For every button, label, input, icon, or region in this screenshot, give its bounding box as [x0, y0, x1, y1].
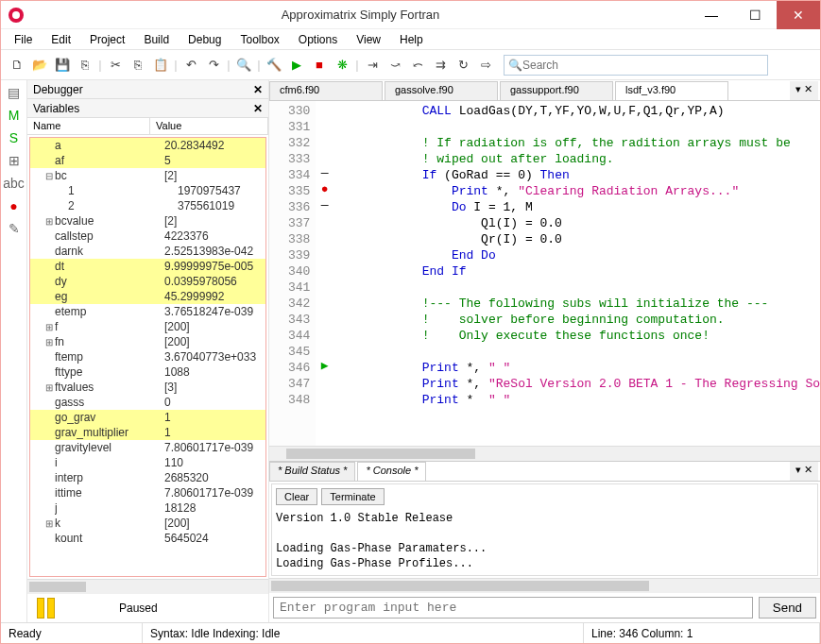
bottom-tab[interactable]: * Build Status * [269, 462, 355, 481]
separator: | [256, 55, 262, 76]
var-row[interactable]: i110 [30, 455, 265, 470]
right-panel: cfm6.f90gassolve.f90gassupport.f90lsdf_v… [269, 80, 820, 622]
var-row[interactable]: interp2685320 [30, 470, 265, 485]
bottom-tab[interactable]: * Console * [357, 462, 426, 481]
var-row[interactable]: ⊟bc[2] [30, 168, 265, 183]
var-row[interactable]: j18128 [30, 500, 265, 516]
menu-view[interactable]: View [349, 31, 388, 48]
minimize-button[interactable]: — [690, 1, 733, 29]
open-icon[interactable]: 📂 [29, 55, 50, 76]
subs-icon[interactable]: S [6, 129, 23, 146]
modules-icon[interactable]: M [6, 107, 23, 124]
menu-project[interactable]: Project [82, 31, 132, 48]
col-value[interactable]: Value [150, 118, 268, 134]
window-title: Approximatrix Simply Fortran [31, 8, 690, 22]
menu-build[interactable]: Build [136, 31, 177, 48]
bottom-tabs: * Build Status ** Console *▾ ✕ [269, 461, 820, 482]
search-box[interactable]: 🔍 [504, 55, 768, 76]
var-row[interactable]: ittime7.80601717e-039 [30, 485, 265, 500]
var-row[interactable]: dt9.99999975e-005 [30, 259, 265, 274]
menu-options[interactable]: Options [291, 31, 345, 48]
abc-icon[interactable]: abc [6, 175, 23, 192]
restart-icon[interactable]: ↻ [453, 55, 473, 76]
break-icon[interactable]: ● [6, 197, 23, 214]
continue-icon[interactable]: ⇉ [430, 55, 451, 76]
var-row[interactable]: go_grav1 [30, 410, 265, 425]
var-row[interactable]: ⊞f[200] [30, 319, 265, 334]
step-into-icon[interactable]: ⇥ [362, 55, 383, 76]
debug-icon[interactable]: ❋ [332, 55, 352, 76]
scrollbar[interactable] [269, 578, 820, 593]
variable-tree[interactable]: a20.2834492 af5⊟bc[2] 11970975437 237556… [29, 137, 266, 577]
var-row[interactable]: callstep4223376 [30, 229, 265, 244]
project-icon[interactable]: ▤ [6, 84, 23, 101]
line-gutter[interactable]: 3303313323333343353363373383393403413423… [269, 101, 316, 446]
var-row[interactable]: etemp3.76518247e-039 [30, 304, 265, 319]
var-row[interactable]: af5 [30, 153, 265, 168]
cut-icon[interactable]: ✂ [105, 55, 126, 76]
var-row[interactable]: darnk2.52513983e-042 [30, 244, 265, 259]
console-input[interactable] [273, 597, 753, 619]
var-row[interactable]: kount5645024 [30, 531, 265, 546]
var-row[interactable]: ⊞ftvalues[3] [30, 380, 265, 395]
terminate-button[interactable]: Terminate [321, 488, 384, 505]
clear-button[interactable]: Clear [276, 488, 317, 505]
var-row[interactable]: gasss0 [30, 395, 265, 410]
menu-toolbox[interactable]: Toolbox [232, 31, 286, 48]
tab-menu[interactable]: ▾ ✕ [790, 81, 818, 100]
editor-tab[interactable]: cfm6.f90 [269, 81, 383, 100]
menu-help[interactable]: Help [392, 31, 431, 48]
close-button[interactable]: ✕ [777, 1, 820, 29]
var-row[interactable]: grav_multiplier1 [30, 425, 265, 440]
menu-edit[interactable]: Edit [43, 31, 78, 48]
files-icon[interactable]: ⊞ [6, 152, 23, 169]
send-button[interactable]: Send [759, 597, 816, 619]
undo-icon[interactable]: ↶ [180, 55, 201, 76]
code-area[interactable]: CALL LoadGas(DY,T,YF,YO,W,U,F,Q1,Qr,YP,A… [334, 101, 820, 446]
find-icon[interactable]: 🔍 [233, 55, 254, 76]
var-row[interactable]: ftemp3.67040773e+033 [30, 349, 265, 364]
code-editor[interactable]: 3303313323333343353363373383393403413423… [269, 101, 820, 446]
maximize-button[interactable]: ☐ [733, 1, 777, 29]
close-icon[interactable]: ✕ [253, 102, 263, 115]
build-icon[interactable]: 🔨 [264, 55, 284, 76]
var-row[interactable]: fttype1088 [30, 364, 265, 380]
copy-icon[interactable]: ⎘ [128, 55, 148, 76]
editor-tab[interactable]: gassupport.f90 [500, 81, 613, 100]
tools-icon[interactable]: ✎ [6, 220, 23, 237]
var-row[interactable]: gravitylevel7.80601717e-039 [30, 440, 265, 455]
var-row[interactable]: a20.2834492 [30, 138, 265, 153]
bottom-tab-menu[interactable]: ▾ ✕ [790, 462, 818, 481]
pause-status: Paused [27, 594, 268, 622]
var-row[interactable]: eg45.2999992 [30, 289, 265, 304]
run-icon[interactable]: ▶ [286, 55, 307, 76]
var-row[interactable]: ⊞bcvalue[2] [30, 213, 265, 229]
redo-icon[interactable]: ↷ [203, 55, 224, 76]
editor-tab[interactable]: gassolve.f90 [385, 81, 498, 100]
var-row[interactable]: 2375561019 [30, 198, 265, 213]
col-name[interactable]: Name [27, 118, 150, 134]
var-row[interactable]: 11970975437 [30, 183, 265, 198]
new-icon[interactable]: 🗋 [7, 55, 27, 76]
scrollbar[interactable] [269, 446, 820, 461]
step-out-icon[interactable]: ⤺ [407, 55, 428, 76]
save-all-icon[interactable]: ⎘ [75, 55, 95, 76]
var-row[interactable]: ⊞k[200] [30, 516, 265, 531]
stop-icon[interactable]: ■ [309, 55, 330, 76]
var-row[interactable]: ⊞fn[200] [30, 334, 265, 349]
paste-icon[interactable]: 📋 [150, 55, 171, 76]
menu-file[interactable]: File [7, 31, 40, 48]
step-over-icon[interactable]: ⤻ [385, 55, 405, 76]
menu-debug[interactable]: Debug [180, 31, 229, 48]
app-icon [9, 8, 24, 23]
var-row[interactable]: dy0.0395978056 [30, 274, 265, 289]
status-syntax: Syntax: Idle Indexing: Idle [143, 623, 584, 643]
marker-gutter[interactable]: —●— ▶ [316, 101, 334, 446]
editor-tab[interactable]: lsdf_v3.f90 [615, 81, 728, 100]
separator: | [97, 55, 103, 76]
save-icon[interactable]: 💾 [52, 55, 73, 76]
close-icon[interactable]: ✕ [253, 83, 263, 96]
goto-icon[interactable]: ⇨ [475, 55, 496, 76]
scrollbar[interactable] [27, 579, 268, 594]
search-input[interactable] [522, 59, 763, 72]
